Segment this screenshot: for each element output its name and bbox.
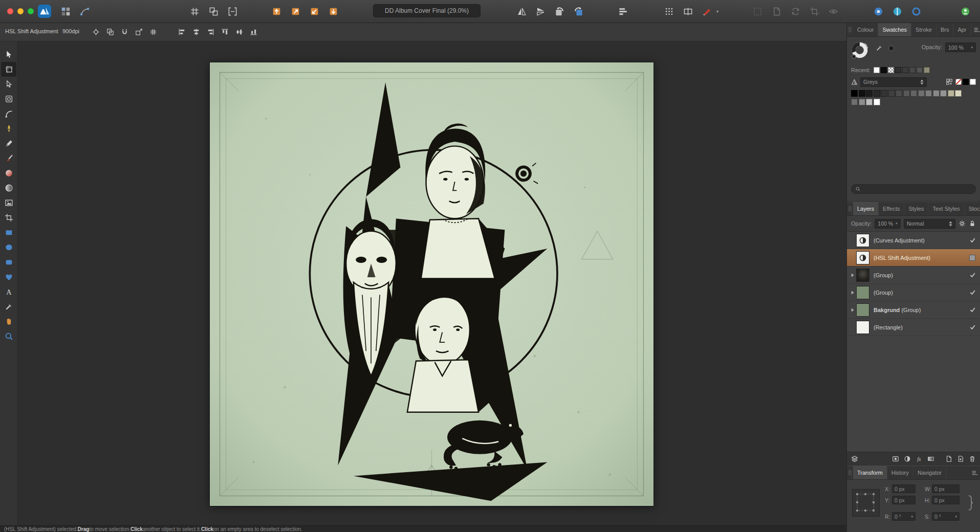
swatch[interactable] [940, 90, 947, 97]
pen-tool[interactable] [1, 121, 16, 136]
rotate-cw-button[interactable] [572, 5, 584, 17]
layer-row[interactable]: Bakgrund (Group) [847, 301, 980, 319]
swatch[interactable] [859, 99, 865, 105]
swatch[interactable] [881, 67, 887, 73]
gear-icon[interactable] [959, 220, 966, 227]
layer-thumbnail[interactable] [856, 321, 869, 334]
artboard-tool[interactable] [1, 62, 16, 77]
layer-visibility-checkbox[interactable] [968, 272, 977, 278]
node-tool[interactable] [1, 77, 16, 92]
move-to-back-button[interactable] [327, 5, 339, 17]
ellipse-tool[interactable] [1, 240, 16, 255]
layer-visibility-checkbox[interactable] [968, 307, 977, 313]
artwork-document[interactable] [210, 62, 654, 506]
layer-row[interactable]: (Group) [847, 284, 980, 301]
snap-magnet-button[interactable] [119, 26, 130, 37]
align-bottom-button[interactable] [248, 26, 259, 37]
tab-history[interactable]: History [887, 466, 913, 479]
colour-wheel-icon[interactable] [851, 41, 869, 59]
blend-mode-select[interactable]: Normal [904, 219, 955, 229]
corner-tool[interactable] [1, 106, 16, 121]
panel-menu-icon[interactable] [971, 23, 980, 36]
colour-picker-tool[interactable] [1, 299, 16, 314]
layer-thumbnail[interactable] [856, 286, 869, 299]
export-preview-button[interactable] [827, 5, 839, 17]
transform-anchor-selector[interactable] [852, 489, 880, 517]
swatch[interactable] [888, 67, 894, 73]
add-swatch-grid-icon[interactable] [946, 78, 953, 85]
panel-menu-icon[interactable] [969, 466, 980, 479]
move-backward-button[interactable] [308, 5, 320, 17]
tab-stroke[interactable]: Stroke [911, 23, 937, 36]
heart-tool[interactable] [1, 270, 16, 284]
swatch[interactable] [924, 67, 930, 73]
align-middle-button[interactable] [233, 26, 245, 37]
layer-thumbnail[interactable] [856, 234, 869, 247]
pencil-tool[interactable] [1, 136, 16, 151]
layer-visibility-checkbox[interactable] [968, 290, 977, 295]
snap-objects-button[interactable] [207, 5, 220, 17]
pixel-persona-button[interactable] [59, 5, 72, 17]
tab-styles[interactable]: Styles [904, 202, 928, 215]
flip-vertical-button[interactable] [534, 5, 547, 17]
transform-field-input[interactable]: 0 px [892, 496, 916, 504]
remove-layer-icon[interactable] [969, 455, 976, 462]
divide-shapes-button[interactable] [682, 5, 694, 17]
transform-origin-button[interactable] [90, 26, 101, 37]
expand-caret-icon[interactable] [849, 308, 856, 312]
stack-icon[interactable] [851, 455, 858, 462]
swatch[interactable] [895, 67, 901, 73]
transform-field-input[interactable]: 0 °▾ [932, 512, 960, 521]
search-input[interactable] [863, 186, 972, 193]
layer-thumbnail[interactable] [856, 251, 869, 264]
transform-field-input[interactable]: 0 px [932, 496, 960, 504]
account-button[interactable] [959, 5, 971, 17]
tab-effects[interactable]: Effects [879, 202, 904, 215]
add-layer-icon[interactable] [957, 455, 964, 462]
swatch[interactable] [925, 90, 932, 97]
transform-separately-button[interactable] [133, 26, 144, 37]
layer-row[interactable]: (Rectangle) [847, 319, 980, 336]
transform-field-input[interactable]: 0 px [932, 484, 960, 493]
snap-spacing-button[interactable] [226, 5, 238, 17]
tab-swatches[interactable]: Swatches [878, 23, 911, 36]
swatch[interactable] [874, 99, 880, 105]
vector-brush-tool[interactable] [1, 151, 16, 166]
contour-tool[interactable] [1, 92, 16, 106]
pixel-aligned-button[interactable] [147, 26, 159, 37]
layer-effects-icon[interactable]: fx [916, 455, 923, 462]
slice-button[interactable] [751, 5, 764, 17]
swatch[interactable] [866, 90, 873, 97]
layer-visibility-checkbox[interactable] [968, 255, 977, 261]
layer-visibility-checkbox[interactable] [968, 237, 977, 243]
tab-transform[interactable]: Transform [853, 466, 887, 479]
swatch[interactable] [859, 90, 865, 97]
swatch[interactable] [948, 90, 954, 97]
layer-visibility-checkbox[interactable] [968, 324, 977, 330]
tab-text-styles[interactable]: Text Styles [928, 202, 964, 215]
panel-drag-handle-icon[interactable] [847, 23, 853, 36]
swatch-search-field[interactable] [851, 184, 976, 194]
move-forward-button[interactable] [289, 5, 301, 17]
mask-layer-icon[interactable] [892, 455, 899, 462]
swatch[interactable] [910, 90, 917, 97]
panel-drag-handle-icon[interactable] [847, 466, 853, 479]
palette-select[interactable]: Greys [860, 77, 927, 87]
swatch[interactable] [903, 90, 910, 97]
zoom-window-button[interactable] [28, 8, 34, 14]
swatch[interactable] [902, 67, 908, 73]
link-dimensions-icon[interactable] [968, 494, 974, 513]
swatch[interactable] [933, 90, 940, 97]
tab-navigator[interactable]: Navigator [913, 466, 946, 479]
expand-caret-icon[interactable] [849, 273, 856, 277]
align-right-button[interactable] [205, 26, 216, 37]
preview-mode-button[interactable] [872, 5, 884, 17]
alignment-options-button[interactable] [617, 5, 629, 17]
align-center-h-button[interactable] [190, 26, 202, 37]
tab-apr[interactable]: Apr [953, 23, 971, 36]
secondary-colour-well[interactable] [888, 46, 894, 51]
affinity-designer-icon[interactable] [38, 5, 51, 18]
layer-thumbnail[interactable] [856, 303, 869, 317]
move-to-front-button[interactable] [270, 5, 282, 17]
swatch[interactable] [917, 67, 923, 73]
